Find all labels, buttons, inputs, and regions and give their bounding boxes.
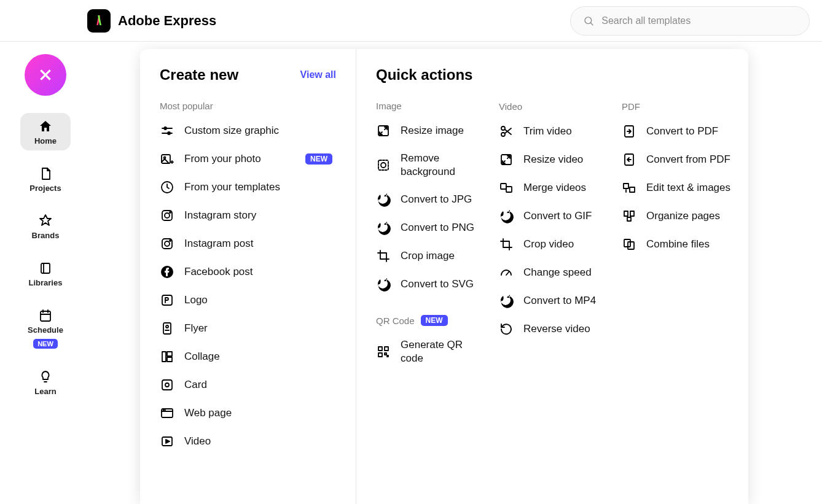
search-input-wrap[interactable]: [570, 6, 810, 36]
brand-logo-icon: /\: [87, 9, 111, 33]
brand[interactable]: /\ Adobe Express: [87, 9, 216, 33]
app-header: /\ Adobe Express: [0, 0, 822, 42]
search-input[interactable]: [601, 15, 797, 26]
brand-title: Adobe Express: [118, 13, 216, 29]
search-icon: [583, 15, 594, 27]
svg-line-1: [591, 23, 593, 25]
